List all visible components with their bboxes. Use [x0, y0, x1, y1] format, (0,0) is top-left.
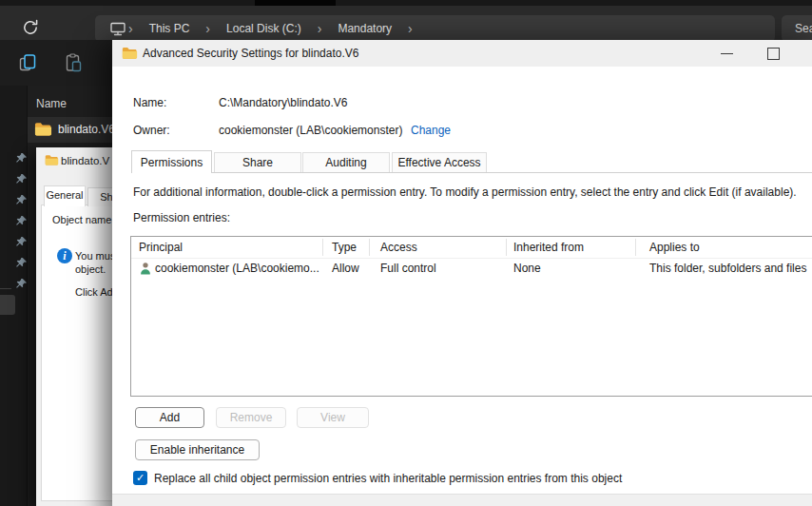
dialog-title: Advanced Security Settings for blindato.…: [143, 47, 358, 60]
refresh-icon[interactable]: [21, 18, 40, 37]
pin-icon: [15, 173, 28, 185]
search-text: Sea: [795, 22, 812, 35]
column-header-inherited-from[interactable]: Inherited from: [513, 241, 584, 254]
maximize-button[interactable]: [767, 48, 780, 60]
chevron-right-icon[interactable]: ›: [316, 16, 324, 41]
folder-icon: [122, 47, 138, 60]
properties-dialog-title: blindato.V: [61, 155, 109, 166]
name-label: Name:: [133, 96, 166, 109]
breadcrumb-local-disk[interactable]: Local Disk (C:): [212, 22, 316, 35]
add-button[interactable]: Add: [135, 407, 204, 428]
permission-entries-label: Permission entries:: [133, 211, 230, 224]
dialog-titlebar[interactable]: Advanced Security Settings for blindato.…: [112, 40, 812, 67]
file-name-label: blindato.V6: [58, 123, 115, 136]
name-value: C:\Mandatory\blindato.V6: [219, 96, 347, 109]
copy-icon[interactable]: [17, 52, 38, 73]
object-name-label: Object name: [52, 214, 111, 225]
column-separator[interactable]: [322, 239, 323, 256]
search-box[interactable]: Sea: [782, 15, 812, 42]
info-text-line3: Click Ad: [75, 286, 112, 298]
cell-principal: cookiemonster (LAB\cookiemo...: [155, 262, 319, 275]
pin-icon: [15, 194, 28, 206]
nav-divider: [0, 288, 11, 289]
nav-item-selected[interactable]: [0, 295, 15, 315]
this-pc-icon: [109, 20, 126, 37]
tab-permissions[interactable]: Permissions: [131, 150, 212, 173]
table-row[interactable]: cookiemonster (LAB\cookiemo... Allow Ful…: [131, 259, 812, 278]
column-header-name[interactable]: Name: [36, 97, 67, 110]
info-text-line1: You mus: [75, 250, 112, 262]
minimize-button[interactable]: [721, 53, 733, 54]
replace-child-permissions-checkbox[interactable]: ✓: [133, 471, 147, 485]
column-header-principal[interactable]: Principal: [139, 241, 183, 254]
tab-baseline: [131, 172, 812, 173]
owner-value: cookiemonster (LAB\cookiemonster): [219, 124, 402, 137]
properties-dialog: blindato.V General Sha Object name i You…: [36, 147, 112, 506]
cell-type: Allow: [332, 262, 359, 275]
cell-access: Full control: [380, 262, 436, 275]
permission-entries-list[interactable]: Principal Type Access Inherited from App…: [130, 236, 812, 397]
cell-applies-to: This folder, subfolders and files: [649, 262, 806, 275]
chevron-right-icon[interactable]: ›: [406, 16, 415, 41]
paste-icon[interactable]: [63, 52, 84, 73]
pin-icon: [15, 257, 28, 269]
column-separator[interactable]: [506, 239, 507, 256]
address-bar[interactable]: › This PC › Local Disk (C:) › Mandatory …: [95, 15, 775, 42]
enable-inheritance-button[interactable]: Enable inheritance: [135, 439, 260, 460]
checkbox-label: Replace all child object permission entr…: [154, 472, 622, 485]
folder-icon: [45, 154, 59, 166]
tab-sharing[interactable]: Sha: [87, 187, 112, 206]
column-separator[interactable]: [369, 239, 370, 256]
pin-icon: [15, 152, 28, 165]
view-button: View: [297, 407, 369, 428]
pane-divider: [27, 86, 28, 506]
explorer-address-row: › This PC › Local Disk (C:) › Mandatory …: [0, 6, 812, 40]
tab-effective-access[interactable]: Effective Access: [392, 152, 487, 172]
breadcrumb-this-pc[interactable]: This PC: [135, 22, 204, 35]
info-text-line2: object.: [75, 263, 106, 275]
tab-share[interactable]: Share: [214, 152, 301, 172]
remove-button: Remove: [216, 407, 286, 428]
cell-inherited-from: None: [513, 262, 541, 275]
info-icon: i: [57, 248, 72, 263]
column-header-access[interactable]: Access: [380, 241, 417, 254]
column-header-applies-to[interactable]: Applies to: [649, 241, 700, 254]
advanced-security-dialog: Advanced Security Settings for blindato.…: [112, 40, 812, 506]
dialog-footer: [112, 494, 812, 506]
owner-label: Owner:: [133, 124, 170, 137]
chevron-right-icon[interactable]: ›: [126, 16, 135, 41]
breadcrumb-mandatory[interactable]: Mandatory: [323, 22, 406, 35]
column-separator[interactable]: [635, 239, 636, 256]
instruction-text: For additional information, double-click…: [133, 185, 797, 199]
explorer-toolbar: [0, 40, 112, 86]
properties-tab-page: [41, 204, 112, 501]
tab-auditing[interactable]: Auditing: [302, 152, 390, 172]
pin-icon: [15, 278, 28, 290]
column-header-type[interactable]: Type: [332, 241, 357, 254]
folder-icon: [34, 122, 52, 137]
chevron-right-icon[interactable]: ›: [203, 16, 212, 41]
tab-general[interactable]: General: [44, 185, 86, 206]
user-icon: [139, 262, 152, 275]
pin-icon: [15, 236, 28, 248]
change-owner-link[interactable]: Change: [411, 124, 451, 137]
file-row-selected[interactable]: blindato.V6: [28, 117, 112, 143]
pin-icon: [15, 215, 28, 227]
